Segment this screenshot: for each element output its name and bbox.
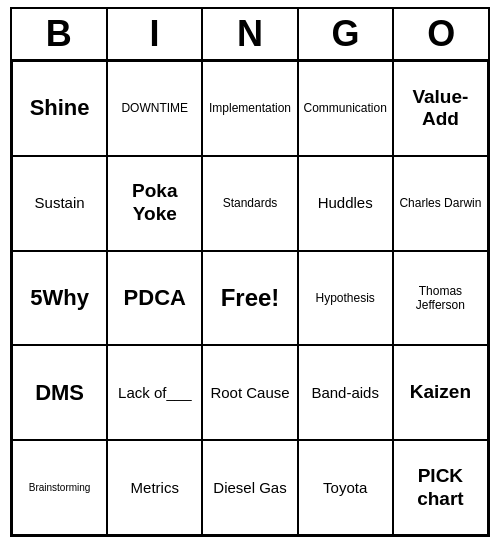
cell-16: Lack of___	[107, 345, 202, 440]
cell-23: Toyota	[298, 440, 393, 535]
cell-20: Brainstorming	[12, 440, 107, 535]
cell-24: PICK chart	[393, 440, 488, 535]
cell-5: Sustain	[12, 156, 107, 251]
cell-2: Implementation	[202, 61, 297, 156]
cell-13: Hypothesis	[298, 251, 393, 346]
cell-7: Standards	[202, 156, 297, 251]
cell-15: DMS	[12, 345, 107, 440]
header-letter-n: N	[203, 9, 299, 59]
header-letter-i: I	[108, 9, 204, 59]
cell-1: DOWNTIME	[107, 61, 202, 156]
cell-3: Communication	[298, 61, 393, 156]
bingo-grid: ShineDOWNTIMEImplementationCommunication…	[10, 59, 490, 537]
cell-21: Metrics	[107, 440, 202, 535]
cell-4: Value-Add	[393, 61, 488, 156]
cell-0: Shine	[12, 61, 107, 156]
cell-19: Kaizen	[393, 345, 488, 440]
header-letter-o: O	[394, 9, 488, 59]
cell-22: Diesel Gas	[202, 440, 297, 535]
cell-6: Poka Yoke	[107, 156, 202, 251]
bingo-card: BINGO ShineDOWNTIMEImplementationCommuni…	[10, 7, 490, 537]
header-letter-b: B	[12, 9, 108, 59]
cell-14: Thomas Jefferson	[393, 251, 488, 346]
header-letter-g: G	[299, 9, 395, 59]
bingo-header: BINGO	[10, 7, 490, 59]
cell-11: PDCA	[107, 251, 202, 346]
cell-17: Root Cause	[202, 345, 297, 440]
cell-8: Huddles	[298, 156, 393, 251]
cell-9: Charles Darwin	[393, 156, 488, 251]
cell-18: Band-aids	[298, 345, 393, 440]
cell-12: Free!	[202, 251, 297, 346]
cell-10: 5Why	[12, 251, 107, 346]
